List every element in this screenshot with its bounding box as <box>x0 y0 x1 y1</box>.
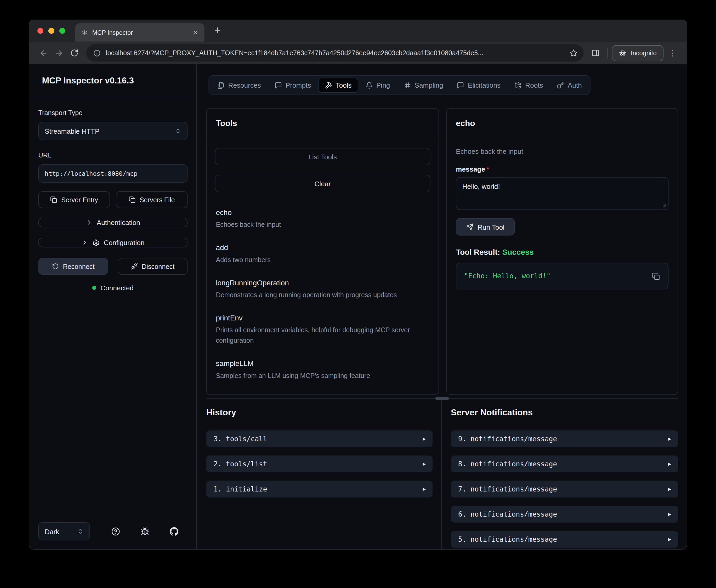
transport-type-select[interactable]: Streamable HTTP <box>39 122 188 140</box>
tab-prompts[interactable]: Prompts <box>268 78 318 93</box>
reconnect-button[interactable]: Reconnect <box>39 258 108 275</box>
tab-auth[interactable]: Auth <box>550 78 588 93</box>
site-info-icon[interactable] <box>93 49 101 57</box>
tab-ping[interactable]: Ping <box>359 78 396 93</box>
incognito-icon <box>619 49 627 57</box>
new-tab-button[interactable]: + <box>212 25 223 37</box>
configuration-expander[interactable]: Configuration <box>39 238 188 248</box>
expand-play-icon[interactable]: ▶ <box>423 436 426 442</box>
tool-list-item[interactable]: sampleLLM Samples from an LLM using MCP'… <box>216 358 429 381</box>
bottom-panes: History 3. tools/call ▶ 2. tools/list ▶ <box>206 398 678 549</box>
tool-detail-title: echo <box>447 108 677 138</box>
minimize-window-button[interactable] <box>48 28 55 34</box>
tab-roots[interactable]: Roots <box>508 78 549 93</box>
notification-item[interactable]: 9. notifications/message ▶ <box>451 430 678 447</box>
expand-play-icon[interactable]: ▶ <box>668 461 671 467</box>
panel-resize-handle[interactable] <box>435 397 449 400</box>
server-notifications-panel: Server Notifications 9. notifications/me… <box>442 399 678 549</box>
result-box: "Echo: Hello, world!" <box>456 263 668 289</box>
tab-elicitations[interactable]: Elicitations <box>451 78 507 93</box>
browser-tab[interactable]: MCP Inspector × <box>75 23 204 42</box>
hammer-icon <box>325 81 332 89</box>
history-item[interactable]: 3. tools/call ▶ <box>206 430 433 447</box>
expand-play-icon[interactable]: ▶ <box>423 461 426 467</box>
bug-report-button[interactable] <box>135 522 154 540</box>
notification-item[interactable]: 5. notifications/message ▶ <box>451 531 678 548</box>
history-item[interactable]: 2. tools/list ▶ <box>206 456 433 472</box>
main-content: Resources Prompts Tools Ping <box>197 64 687 549</box>
tool-list-item[interactable]: longRunningOperation Demonstrates a long… <box>216 277 429 300</box>
tool-detail-description: Echoes back the input <box>456 148 668 155</box>
notification-item[interactable]: 7. notifications/message ▶ <box>451 481 678 498</box>
theme-select[interactable]: Dark <box>39 522 90 540</box>
side-panel-icon[interactable] <box>588 45 603 61</box>
list-tools-button[interactable]: List Tools <box>215 148 430 165</box>
tool-result-heading: Tool Result: Success <box>456 248 668 257</box>
server-entry-button[interactable]: Server Entry <box>39 191 110 208</box>
address-bar[interactable]: localhost:6274/?MCP_PROXY_AUTH_TOKEN=ec1… <box>86 44 584 61</box>
transport-type-label: Transport Type <box>39 108 188 118</box>
chevron-right-icon <box>81 239 88 246</box>
server-url-input[interactable]: http://localhost:8080/mcp <box>39 164 188 183</box>
servers-file-button[interactable]: Servers File <box>116 191 188 208</box>
window-controls <box>37 28 65 34</box>
close-tab-icon[interactable]: × <box>191 28 200 37</box>
maximize-window-button[interactable] <box>59 28 65 34</box>
gear-icon <box>92 239 100 246</box>
message-square-icon <box>275 81 282 89</box>
message-param-input[interactable]: Hello, world! <box>456 177 668 210</box>
key-icon <box>557 81 564 89</box>
expand-play-icon[interactable]: ▶ <box>668 536 671 542</box>
connection-status-label: Connected <box>101 284 134 292</box>
tool-detail-panel: echo Echoes back the input message* Hell… <box>447 108 678 395</box>
copy-icon <box>50 196 57 203</box>
incognito-label: Incognito <box>631 49 657 57</box>
back-icon[interactable] <box>36 45 51 61</box>
tool-list-item[interactable]: add Adds two numbers <box>216 243 429 265</box>
resize-corner-icon[interactable] <box>661 203 666 207</box>
expand-play-icon[interactable]: ▶ <box>668 436 671 442</box>
reload-icon[interactable] <box>67 45 82 61</box>
theme-value: Dark <box>45 527 59 535</box>
connection-status: Connected <box>39 284 188 292</box>
authentication-expander[interactable]: Authentication <box>39 218 188 227</box>
browser-tabstrip: MCP Inspector × + <box>29 20 687 42</box>
tools-panel: Tools List Tools Clear echo Echoes back … <box>206 108 439 395</box>
tool-list-item[interactable]: printEnv Prints all environment variable… <box>216 313 429 346</box>
github-link-button[interactable] <box>165 522 183 540</box>
expand-play-icon[interactable]: ▶ <box>668 511 671 517</box>
notification-item[interactable]: 6. notifications/message ▶ <box>451 506 678 523</box>
unplug-icon <box>131 263 137 270</box>
history-title: History <box>206 406 433 419</box>
browser-window: MCP Inspector × + localhost:6274/?MCP_PR… <box>29 20 687 549</box>
message-square-icon <box>457 81 464 89</box>
url-label: URL <box>39 150 188 160</box>
server-notifications-title: Server Notifications <box>451 406 678 419</box>
expand-play-icon[interactable]: ▶ <box>668 486 671 492</box>
expand-play-icon[interactable]: ▶ <box>423 486 426 492</box>
forward-icon[interactable] <box>51 45 66 61</box>
tab-resources[interactable]: Resources <box>211 78 267 93</box>
help-button[interactable] <box>106 522 125 540</box>
desktop-background: MCP Inspector × + localhost:6274/?MCP_PR… <box>0 0 716 588</box>
copy-result-icon[interactable] <box>649 269 663 283</box>
browser-menu-icon[interactable]: ⋮ <box>665 48 680 58</box>
close-window-button[interactable] <box>37 28 43 34</box>
disconnect-button[interactable]: Disconnect <box>118 258 188 275</box>
sidebar: MCP Inspector v0.16.3 Transport Type Str… <box>29 64 197 549</box>
run-tool-button[interactable]: Run Tool <box>456 218 515 235</box>
notification-item[interactable]: 8. notifications/message ▶ <box>451 456 678 472</box>
tool-list-item[interactable]: echo Echoes back the input <box>216 207 429 230</box>
history-item[interactable]: 1. initialize ▶ <box>206 481 433 498</box>
param-label: message* <box>456 165 668 173</box>
folder-tree-icon <box>514 81 521 89</box>
tab-sampling[interactable]: Sampling <box>397 78 450 93</box>
server-url-value: http://localhost:8080/mcp <box>45 170 137 177</box>
connected-dot-icon <box>92 286 96 290</box>
incognito-badge: Incognito <box>612 45 664 61</box>
clear-tools-button[interactable]: Clear <box>215 175 430 192</box>
tab-tools[interactable]: Tools <box>318 78 358 93</box>
url-text: localhost:6274/?MCP_PROXY_AUTH_TOKEN=ec1… <box>106 49 565 57</box>
chevrons-up-down-icon <box>77 528 83 534</box>
bookmark-star-icon[interactable] <box>569 49 578 57</box>
